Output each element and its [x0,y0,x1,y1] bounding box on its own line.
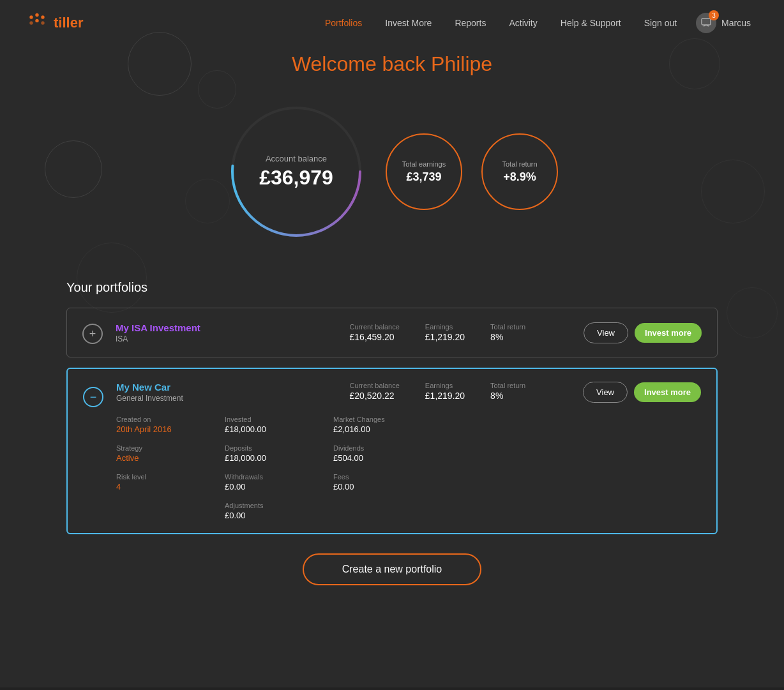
isa-balance-group: Current balance £16,459.20 [350,323,400,342]
total-earnings-label: Total earnings [402,160,446,168]
svg-rect-6 [702,19,711,25]
logo[interactable]: tiller [26,11,83,34]
isa-earnings-label: Earnings [425,323,465,331]
nav-user[interactable]: 3 Marcus [688,8,758,38]
general-meta-col: Created on 20th April 2016 Strategy Acti… [116,416,206,520]
adjustments-label: Adjustments [225,502,314,509]
deposits-value: £18,000.00 [225,453,314,463]
general-balance-value: £20,520.22 [350,391,400,401]
invested-label: Invested [225,416,314,423]
strategy-group: Strategy Active [116,444,206,463]
svg-point-0 [29,15,33,19]
isa-invest-btn[interactable]: Invest more [635,323,702,343]
nav-help[interactable]: Help & Support [549,13,633,33]
nav-portfolios[interactable]: Portfolios [313,13,373,33]
isa-earnings-group: Earnings £1,219.20 [425,323,465,342]
fees-group: Fees £0.00 [333,473,423,491]
general-finance-col1: Invested £18,000.00 Deposits £18,000.00 … [225,416,314,520]
general-earnings-value: £1,219.20 [425,391,465,401]
chat-icon-wrap: 3 [696,13,716,33]
risk-group: Risk level 4 [116,473,206,491]
main-content: Welcome back Philipe Account balance £36… [41,52,743,662]
general-content: My New Car General Investment Current ba… [116,382,701,520]
isa-balance-label: Current balance [350,323,400,331]
invested-value: £18,000.00 [225,424,314,434]
adjustments-group: Adjustments £0.00 [225,502,314,520]
isa-return-group: Total return 8% [490,323,525,342]
general-invest-btn[interactable]: Invest more [634,382,701,402]
invested-group: Invested £18,000.00 [225,416,314,434]
expand-isa-btn[interactable]: + [82,324,103,344]
general-stats: Current balance £20,520.22 Earnings £1,2… [350,382,558,401]
general-return-value: 8% [490,391,525,401]
svg-point-3 [29,21,33,24]
general-finance-col2: Market Changes £2,016.00 Dividends £504.… [333,416,423,520]
isa-view-btn[interactable]: View [584,322,628,343]
nav-signout[interactable]: Sign out [633,13,688,33]
nav-reports[interactable]: Reports [443,13,497,33]
adjustments-value: £0.00 [225,511,314,520]
total-return-label: Total return [502,160,537,168]
isa-return-value: 8% [490,332,525,342]
dividends-group: Dividends £504.00 [333,444,423,463]
general-return-group: Total return 8% [490,382,525,401]
footer: Tiller Website Help & Support Get in tou… [0,687,784,690]
logo-text: tiller [54,15,83,31]
withdrawals-value: £0.00 [225,482,314,491]
username: Marcus [721,18,751,28]
isa-return-label: Total return [490,323,525,331]
deposits-group: Deposits £18,000.00 [225,444,314,463]
isa-actions: View Invest more [584,322,702,343]
portfolios-title: Your portfolios [66,280,718,295]
total-return-circle: Total return +8.9% [481,133,558,210]
general-name: My New Car [116,382,324,393]
nav-invest-more[interactable]: Invest More [373,13,443,33]
general-view-btn[interactable]: View [583,382,628,403]
total-earnings-value: £3,739 [406,170,441,184]
nav-activity[interactable]: Activity [497,13,548,33]
general-return-label: Total return [490,382,525,389]
collapse-general-btn[interactable]: − [83,387,103,407]
svg-point-5 [41,21,44,24]
market-changes-value: £2,016.00 [333,424,423,434]
general-top-row: My New Car General Investment Current ba… [116,382,701,403]
create-portfolio-btn[interactable]: Create a new portfolio [303,553,482,585]
withdrawals-label: Withdrawals [225,473,314,481]
svg-point-1 [35,13,38,17]
portfolio-card-general: − My New Car General Investment Current … [66,368,718,534]
general-balance-label: Current balance [350,382,400,389]
general-info: My New Car General Investment [116,382,324,403]
portfolio-card-isa: + My ISA Investment ISA Current balance … [66,308,718,357]
isa-stats: Current balance £16,459.20 Earnings £1,2… [350,323,571,342]
isa-balance-value: £16,459.20 [350,332,400,342]
created-on-group: Created on 20th April 2016 [116,416,206,434]
main-nav: Portfolios Invest More Reports Activity … [313,8,758,38]
account-balance-circle: Account balance £36,979 [226,101,366,242]
general-earnings-group: Earnings £1,219.20 [425,382,465,401]
isa-type: ISA [116,334,337,343]
isa-name: My ISA Investment [116,322,337,333]
svg-point-2 [41,15,44,19]
total-earnings-circle: Total earnings £3,739 [386,133,462,210]
strategy-value: Active [116,453,206,463]
welcome-title: Welcome back Philipe [66,52,718,76]
fees-value: £0.00 [333,482,423,491]
deposits-label: Deposits [225,444,314,452]
general-actions: View Invest more [583,382,701,403]
market-changes-group: Market Changes £2,016.00 [333,416,423,434]
strategy-label: Strategy [116,444,206,452]
general-type: General Investment [116,394,324,403]
risk-value: 4 [116,482,206,491]
created-on-label: Created on [116,416,206,423]
created-on-value: 20th April 2016 [116,424,206,434]
chat-badge: 3 [709,10,719,20]
general-expanded-details: Created on 20th April 2016 Strategy Acti… [116,416,701,520]
general-earnings-label: Earnings [425,382,465,389]
risk-label: Risk level [116,473,206,481]
market-changes-label: Market Changes [333,416,423,423]
general-balance-group: Current balance £20,520.22 [350,382,400,401]
balance-section: Account balance £36,979 Total earnings £… [66,101,718,242]
isa-earnings-value: £1,219.20 [425,332,465,342]
withdrawals-group: Withdrawals £0.00 [225,473,314,491]
dividends-value: £504.00 [333,453,423,463]
